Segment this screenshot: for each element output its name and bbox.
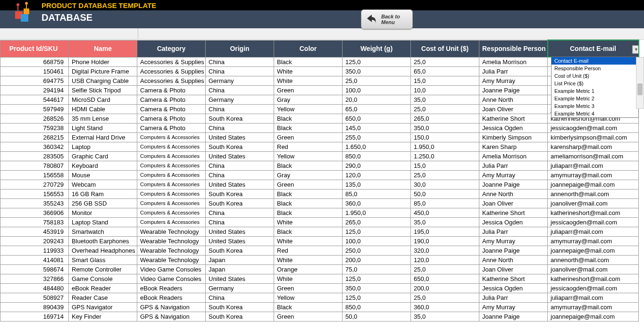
cell[interactable]: Computers & Accessories: [137, 151, 206, 161]
dropdown-toggle-icon[interactable]: ▼: [632, 45, 639, 54]
table-row[interactable]: 890439GPS NavigatorGPS & NavigationSouth…: [0, 302, 639, 312]
cell[interactable]: 15,0: [411, 161, 479, 170]
cell[interactable]: 366906: [0, 208, 69, 217]
cell[interactable]: South Korea: [206, 246, 274, 255]
cell[interactable]: 290,0: [343, 161, 411, 170]
cell[interactable]: 850,0: [343, 302, 411, 312]
cell[interactable]: Laptop Stand: [69, 217, 137, 227]
cell[interactable]: Yellow: [274, 104, 343, 114]
cell[interactable]: Camera & Photo: [137, 85, 206, 95]
cell[interactable]: Joanne Paige: [479, 246, 548, 255]
table-row[interactable]: 26852635 mm LenseCamera & PhotoSouth Kor…: [0, 114, 639, 123]
cell[interactable]: Joan Oliver: [479, 264, 548, 274]
cell[interactable]: Black: [274, 114, 343, 123]
table-row[interactable]: 758183Laptop StandComputers & Accessorie…: [0, 217, 639, 227]
cell[interactable]: White: [274, 255, 343, 264]
table-row[interactable]: 360342LaptopComputers & AccessoriesSouth…: [0, 142, 639, 151]
col-header-color[interactable]: Color: [274, 40, 343, 57]
cell[interactable]: Smartwatch: [69, 227, 137, 236]
cell[interactable]: Jessica Ogden: [479, 217, 548, 227]
cell[interactable]: 125,0: [343, 227, 411, 236]
dropdown-item[interactable]: Contact E-mail: [552, 57, 638, 65]
cell[interactable]: juliaparr@mail.com: [548, 161, 639, 170]
cell[interactable]: 598674: [0, 264, 69, 274]
cell[interactable]: GPS Navigator: [69, 302, 137, 312]
dropdown-item[interactable]: Example Metric 1: [552, 87, 638, 95]
cell[interactable]: Black: [274, 227, 343, 236]
dropdown-item[interactable]: Example Metric 4: [552, 110, 638, 117]
cell[interactable]: 85,0: [411, 198, 479, 208]
cell[interactable]: 650,0: [411, 274, 479, 283]
cell[interactable]: 65,0: [343, 104, 411, 114]
cell[interactable]: Wearable Technology: [137, 255, 206, 264]
cell[interactable]: Laptop: [69, 142, 137, 151]
cell[interactable]: Bluetooth Earphones: [69, 236, 137, 246]
cell[interactable]: Amy Murray: [479, 236, 548, 246]
cell[interactable]: Computers & Accessories: [137, 132, 206, 142]
cell[interactable]: United States: [206, 180, 274, 189]
cell[interactable]: 25,0: [411, 264, 479, 274]
cell[interactable]: Green: [274, 132, 343, 142]
cell[interactable]: 780807: [0, 161, 69, 170]
cell[interactable]: Video Game Consoles: [137, 264, 206, 274]
cell[interactable]: joanoliver@mail.com: [548, 264, 639, 274]
cell[interactable]: 150461: [0, 66, 69, 76]
col-header-cost[interactable]: Cost of Unit ($): [411, 40, 479, 57]
table-row[interactable]: 598674Remote ControllerVideo Game Consol…: [0, 264, 639, 274]
cell[interactable]: 360,0: [343, 198, 411, 208]
cell[interactable]: juliaparr@mail.com: [548, 227, 639, 236]
cell[interactable]: jessicaogden@mail.com: [548, 283, 639, 293]
cell[interactable]: 294194: [0, 85, 69, 95]
cell[interactable]: Camera & Photo: [137, 114, 206, 123]
cell[interactable]: Orange: [274, 264, 343, 274]
cell[interactable]: Key Finder: [69, 312, 137, 321]
cell[interactable]: katherineshort@mail.com: [548, 208, 639, 217]
cell[interactable]: 355243: [0, 198, 69, 208]
cell[interactable]: 156553: [0, 189, 69, 198]
table-row[interactable]: 366906MonitorComputers & AccessoriesChin…: [0, 208, 639, 217]
cell[interactable]: 450,0: [411, 208, 479, 217]
cell[interactable]: Amelia Morrison: [479, 57, 548, 66]
cell[interactable]: South Korea: [206, 114, 274, 123]
table-row[interactable]: 294194Selfie Stick TripodCamera & PhotoC…: [0, 85, 639, 95]
cell[interactable]: Camera & Photo: [137, 123, 206, 132]
cell[interactable]: MicroSD Card: [69, 95, 137, 104]
cell[interactable]: China: [206, 123, 274, 132]
cell[interactable]: Webcam: [69, 180, 137, 189]
cell[interactable]: eBook Reader: [69, 283, 137, 293]
cell[interactable]: Overhead Headphones: [69, 246, 137, 255]
dropdown-item[interactable]: Cost of Unit ($): [552, 72, 638, 80]
cell[interactable]: Computers & Accessories: [137, 161, 206, 170]
cell[interactable]: Amy Murray: [479, 170, 548, 180]
cell[interactable]: 758183: [0, 217, 69, 227]
cell[interactable]: 256 GB SSD: [69, 198, 137, 208]
column-selector-dropdown[interactable]: Contact E-mailResponsible PersonCost of …: [551, 57, 639, 118]
cell[interactable]: 30,0: [411, 180, 479, 189]
cell[interactable]: 265,0: [411, 114, 479, 123]
cell[interactable]: 190,0: [411, 236, 479, 246]
cell[interactable]: 50,0: [343, 312, 411, 321]
back-to-menu-button[interactable]: Back to Menu: [361, 9, 413, 29]
cell[interactable]: 270729: [0, 180, 69, 189]
cell[interactable]: Amy Murray: [479, 302, 548, 312]
cell[interactable]: Mouse: [69, 170, 137, 180]
cell[interactable]: 1.250,0: [411, 151, 479, 161]
cell[interactable]: 35 mm Lense: [69, 114, 137, 123]
cell[interactable]: 200,0: [343, 255, 411, 264]
cell[interactable]: 350,0: [343, 283, 411, 293]
cell[interactable]: White: [274, 236, 343, 246]
cell[interactable]: jessicaogden@mail.com: [548, 217, 639, 227]
dropdown-item[interactable]: List Price ($): [552, 80, 638, 87]
cell[interactable]: 453919: [0, 227, 69, 236]
cell[interactable]: 16 GB Ram: [69, 189, 137, 198]
cell[interactable]: Wearable Technology: [137, 227, 206, 236]
cell[interactable]: amymurray@mail.com: [548, 302, 639, 312]
table-row[interactable]: 283505Graphic CardComputers & Accessorie…: [0, 151, 639, 161]
cell[interactable]: United States: [206, 132, 274, 142]
cell[interactable]: Black: [274, 161, 343, 170]
cell[interactable]: China: [206, 104, 274, 114]
cell[interactable]: External Hard Drive: [69, 132, 137, 142]
cell[interactable]: 694775: [0, 76, 69, 85]
cell[interactable]: South Korea: [206, 189, 274, 198]
table-row[interactable]: 780807KeyboardComputers & AccessoriesChi…: [0, 161, 639, 170]
